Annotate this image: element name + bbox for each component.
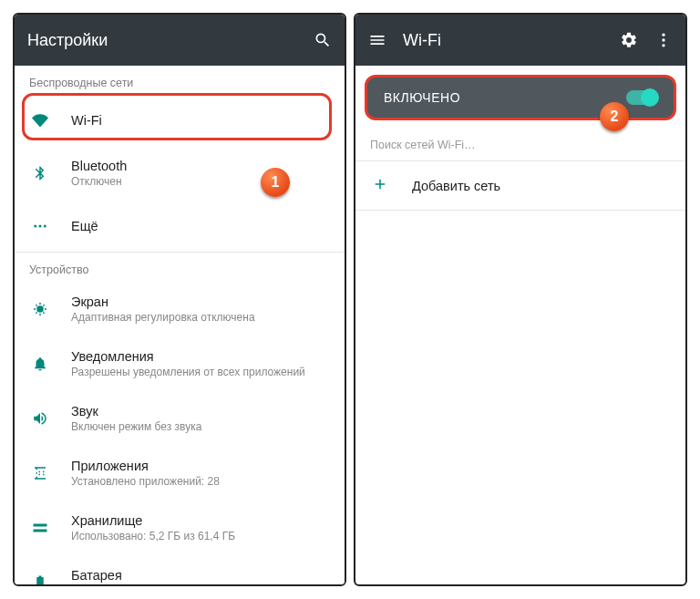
- step-badge-1: 1: [261, 168, 290, 197]
- settings-item-notifications[interactable]: Уведомления Разрешены уведомления от все…: [15, 336, 345, 391]
- settings-item-wifi[interactable]: Wi-Fi: [15, 95, 345, 146]
- settings-screen: Настройки Беспроводные сети Wi-Fi: [13, 13, 346, 586]
- storage-icon: [29, 520, 51, 536]
- wifi-screen: Wi-Fi ВКЛЮЧЕНО Поиск сетей Wi-Fi…: [354, 13, 687, 586]
- overflow-icon[interactable]: [654, 31, 673, 49]
- settings-appbar: Настройки: [15, 15, 345, 66]
- search-icon[interactable]: [314, 31, 332, 49]
- battery-icon: [29, 574, 51, 584]
- add-network-row[interactable]: Добавить сеть: [355, 161, 685, 210]
- more-icon: [29, 218, 51, 234]
- bell-icon: [29, 356, 51, 372]
- wifi-search-hint: Поиск сетей Wi-Fi…: [355, 129, 685, 160]
- wifi-appbar: Wi-Fi: [355, 15, 685, 66]
- plus-icon: [372, 176, 388, 195]
- more-label: Ещё: [71, 219, 330, 233]
- apps-sub: Установлено приложений: 28: [71, 475, 330, 488]
- svg-point-3: [662, 34, 664, 36]
- settings-item-apps[interactable]: Приложения Установлено приложений: 28: [15, 446, 345, 501]
- apps-icon: [29, 465, 51, 481]
- wifi-label: Wi-Fi: [71, 113, 330, 128]
- settings-item-battery[interactable]: Батарея 90 % – Батарея заряжена: [15, 555, 345, 584]
- menu-icon[interactable]: [368, 31, 386, 49]
- wifi-icon: [29, 112, 51, 129]
- wifi-title: Wi-Fi: [403, 31, 603, 50]
- wifi-switch[interactable]: [626, 90, 657, 105]
- settings-item-storage[interactable]: Хранилище Использовано: 5,2 ГБ из 61,4 Г…: [15, 501, 345, 555]
- battery-label: Батарея: [71, 568, 330, 583]
- settings-item-display[interactable]: Экран Адаптивная регулировка отключена: [15, 282, 345, 336]
- sound-label: Звук: [71, 404, 330, 418]
- bluetooth-label: Bluetooth: [71, 159, 330, 173]
- settings-item-sound[interactable]: Звук Включен режим без звука: [15, 391, 345, 446]
- bluetooth-icon: [29, 165, 51, 181]
- settings-item-more[interactable]: Ещё: [15, 201, 345, 252]
- step-badge-2: 2: [600, 102, 629, 131]
- sound-sub: Включен режим без звука: [71, 420, 330, 433]
- svg-point-4: [662, 38, 664, 41]
- display-label: Экран: [71, 294, 330, 309]
- storage-sub: Использовано: 5,2 ГБ из 61,4 ГБ: [71, 530, 330, 542]
- apps-label: Приложения: [71, 459, 330, 473]
- gear-icon[interactable]: [620, 31, 638, 49]
- section-wireless: Беспроводные сети: [15, 66, 345, 95]
- svg-point-0: [34, 225, 36, 228]
- wifi-toggle-label: ВКЛЮЧЕНО: [384, 90, 615, 105]
- section-device: Устройство: [15, 253, 345, 282]
- notifications-label: Уведомления: [71, 349, 330, 364]
- settings-item-bluetooth[interactable]: Bluetooth Отключен: [15, 146, 345, 201]
- wifi-toggle-row[interactable]: ВКЛЮЧЕНО: [365, 75, 676, 120]
- display-sub: Адаптивная регулировка отключена: [71, 311, 330, 324]
- settings-title: Настройки: [27, 31, 297, 50]
- storage-label: Хранилище: [71, 513, 330, 528]
- svg-point-2: [44, 225, 46, 228]
- notifications-sub: Разрешены уведомления от всех приложений: [71, 366, 330, 378]
- display-icon: [29, 301, 51, 317]
- sound-icon: [29, 410, 51, 427]
- svg-point-1: [39, 225, 42, 228]
- bluetooth-sub: Отключен: [71, 175, 330, 188]
- add-network-label: Добавить сеть: [412, 179, 500, 193]
- svg-point-5: [662, 44, 664, 46]
